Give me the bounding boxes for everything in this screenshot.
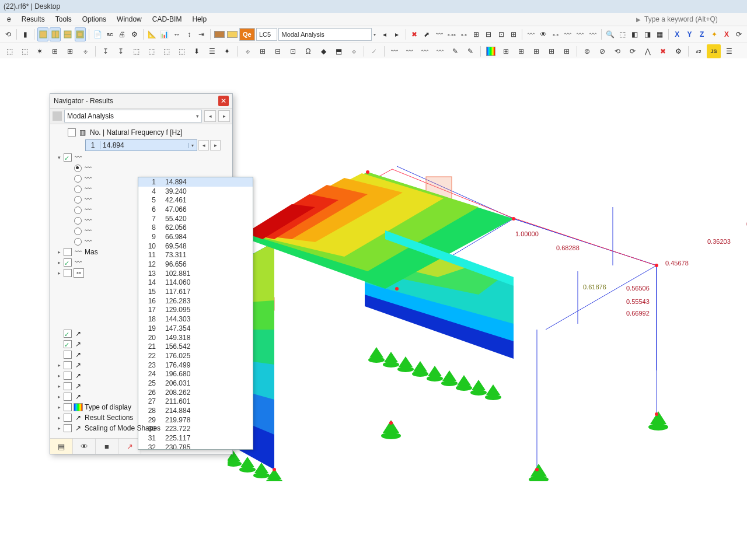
tool-icon[interactable]: ⊞	[529, 44, 543, 58]
menu-item[interactable]: Window	[112, 13, 146, 26]
loadcase-select[interactable]: Modal Analysis ▾	[278, 28, 378, 41]
tool-icon[interactable]: ⬚	[144, 44, 158, 58]
tool-icon[interactable]: ☰	[205, 44, 219, 58]
tool-icon[interactable]: ✎	[448, 44, 462, 58]
tool-icon[interactable]: ⊚	[580, 44, 594, 58]
tool-icon[interactable]: ⇥	[196, 27, 207, 41]
tool-icon[interactable]: 〰	[587, 27, 598, 41]
tool-icon[interactable]: ⚙	[129, 27, 140, 41]
tool-icon[interactable]: ✖	[409, 27, 420, 41]
tool-icon[interactable]: x.xx	[446, 27, 457, 41]
tool-icon[interactable]: ⊞	[48, 44, 62, 58]
color-swatch-icon[interactable]	[226, 27, 238, 41]
loadcase-id[interactable]: LC5	[256, 28, 278, 41]
tool-icon[interactable]: ⊞	[544, 44, 558, 58]
tool-icon[interactable]: ⋀	[641, 44, 655, 58]
tool-icon[interactable]: 〰	[388, 44, 402, 58]
axis-icon[interactable]: ✦	[708, 27, 720, 41]
model-viewport[interactable]: 1.000000.682880.618760.306100.362030.456…	[0, 58, 747, 60]
tool-icon[interactable]: ⟳	[734, 27, 745, 41]
tool-icon[interactable]: ✖	[656, 44, 670, 58]
zoom-icon[interactable]: 🔍	[605, 27, 616, 41]
tool-icon[interactable]: 📄	[92, 27, 103, 41]
tool-icon[interactable]: 📐	[146, 27, 158, 41]
color-swatch-icon[interactable]	[214, 27, 225, 41]
panel-toggle-icon[interactable]	[62, 27, 73, 41]
tool-icon[interactable]: ⬚	[2, 44, 16, 58]
eye-icon[interactable]: 👁	[537, 27, 549, 41]
tool-icon[interactable]: x.x	[458, 27, 469, 41]
script-icon[interactable]: SC	[104, 27, 116, 41]
panel-toggle-icon[interactable]	[50, 27, 61, 41]
search-input[interactable]	[643, 15, 739, 24]
data-panel-icon[interactable]: ▮	[20, 27, 31, 41]
tool-icon[interactable]: ⬚	[129, 44, 143, 58]
tool-icon[interactable]: ↔	[171, 27, 182, 41]
tool-icon[interactable]: ⬒	[331, 44, 345, 58]
tool-icon[interactable]: x.x	[550, 27, 561, 41]
tool-icon[interactable]: ⚙	[671, 44, 685, 58]
tool-icon[interactable]	[484, 44, 498, 58]
tool-icon[interactable]: 🖨	[117, 27, 128, 41]
panel-toggle-icon[interactable]	[75, 27, 86, 41]
cube-icon[interactable]: ⬚	[617, 27, 628, 41]
menu-item[interactable]: Options	[78, 13, 111, 26]
tool-icon[interactable]: ⟐	[78, 44, 92, 58]
tool-icon[interactable]: ⊞	[256, 44, 270, 58]
tool-icon[interactable]: ⊞	[560, 44, 574, 58]
tool-icon[interactable]: ⊞	[63, 44, 77, 58]
axis-x-icon[interactable]: X	[672, 27, 683, 41]
tool-icon[interactable]: ⊞	[471, 27, 482, 41]
tool-icon[interactable]: ⊡	[286, 44, 300, 58]
tool-icon[interactable]: ✶	[33, 44, 47, 58]
menu-item[interactable]: e	[2, 13, 16, 26]
axis-y-icon[interactable]: Y	[684, 27, 695, 41]
tool-icon[interactable]: ⬚	[174, 44, 189, 58]
tool-icon[interactable]: 〰	[418, 44, 432, 58]
menu-item[interactable]: Results	[17, 13, 50, 26]
tool-icon[interactable]: 〰	[433, 44, 447, 58]
tool-icon[interactable]: ⊞	[514, 44, 528, 58]
js-icon[interactable]: JS	[707, 44, 721, 58]
tool-icon[interactable]: ↕	[184, 27, 195, 41]
tool-icon[interactable]: ⊟	[483, 27, 494, 41]
tool-icon[interactable]: ⊘	[595, 44, 609, 58]
tool-icon[interactable]: ↧	[99, 44, 113, 58]
tool-icon[interactable]: ✦	[220, 44, 234, 58]
navigate-back-icon[interactable]: ⟲	[2, 27, 13, 41]
tool-icon[interactable]: ⟲	[610, 44, 624, 58]
tool-icon[interactable]: ↧	[114, 44, 128, 58]
tool-icon[interactable]: ☰	[722, 44, 736, 58]
menu-item[interactable]: Tools	[51, 13, 76, 26]
tool-icon[interactable]: 📊	[159, 27, 170, 41]
tool-icon[interactable]: Ω	[301, 44, 315, 58]
keyword-search[interactable]: ▶	[636, 15, 745, 24]
cube-icon[interactable]: ◨	[642, 27, 653, 41]
tool-icon[interactable]: ⊟	[271, 44, 285, 58]
tool-icon[interactable]: ⊞	[508, 27, 519, 41]
cube-icon[interactable]: ◧	[629, 27, 640, 41]
prev-lc-icon[interactable]: ◂	[379, 27, 390, 41]
axis-z-icon[interactable]: Z	[696, 27, 707, 41]
tool-icon[interactable]: ⬇	[190, 44, 204, 58]
tool-icon[interactable]: ◆	[316, 44, 330, 58]
menu-item[interactable]: CAD-BIM	[148, 13, 187, 26]
tool-icon[interactable]: 〰	[525, 27, 536, 41]
tool-icon[interactable]: 〰	[563, 27, 574, 41]
menu-item[interactable]: Help	[187, 13, 211, 26]
tool-icon[interactable]: ⬚	[18, 44, 32, 58]
tool-icon[interactable]: 〰	[403, 44, 417, 58]
tool-icon[interactable]: #2	[692, 44, 706, 58]
tool-icon[interactable]: ⟐	[347, 44, 361, 58]
next-lc-icon[interactable]: ▸	[392, 27, 403, 41]
tool-icon[interactable]: ⬈	[421, 27, 432, 41]
tool-icon[interactable]: ⬚	[159, 44, 173, 58]
tool-icon[interactable]: 〰	[575, 27, 586, 41]
tool-icon[interactable]: 〰	[434, 27, 445, 41]
cube-icon[interactable]: ▦	[654, 27, 665, 41]
axis-x-icon[interactable]: X	[721, 27, 732, 41]
tool-icon[interactable]: ⊞	[499, 44, 513, 58]
tool-icon[interactable]: ⟳	[626, 44, 640, 58]
tool-icon[interactable]: ⊡	[495, 27, 507, 41]
tool-icon[interactable]: ✎	[463, 44, 477, 58]
